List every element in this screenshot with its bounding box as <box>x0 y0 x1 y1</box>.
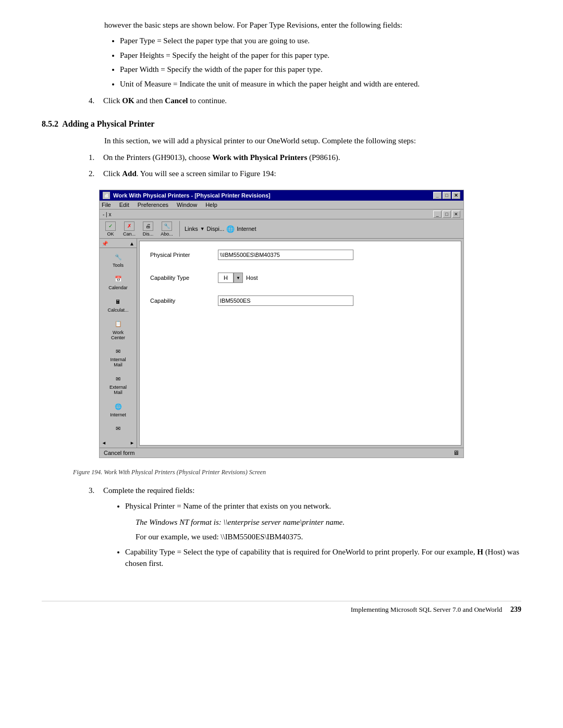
calculator-icon: 🖩 <box>112 296 125 307</box>
internal-mail-label: InternalMail <box>110 357 126 368</box>
figure-caption: Figure 194. Work With Physical Printers … <box>73 468 521 476</box>
status-text: Cancel form <box>104 450 134 456</box>
sidebar-arrow-up[interactable]: ▲ <box>129 241 134 246</box>
sidebar-bottom-nav: ◄ ► <box>100 439 137 447</box>
cancel-button[interactable]: ✗ Can... <box>121 221 137 237</box>
ok-label: OK <box>107 231 114 237</box>
section-intro: In this section, we will add a physical … <box>104 135 521 147</box>
menu-window[interactable]: Window <box>177 202 197 208</box>
capability-type-dropdown[interactable]: ▼ <box>234 273 243 283</box>
bullet-item-1: Paper Type = Select the paper type that … <box>120 35 521 47</box>
maximize-button[interactable]: □ <box>443 192 451 199</box>
sidebar-work-center[interactable]: 📋 WorkCenter <box>100 317 137 342</box>
example-used: For our example, we used: \\IBM5500ES\IB… <box>136 531 521 543</box>
status-icon: 🖥 <box>453 449 459 456</box>
dispi-label[interactable]: Dispi... <box>207 226 225 232</box>
step-2: 2. Click Add. You will see a screen simi… <box>89 168 521 180</box>
inner-minimize[interactable]: _ <box>433 211 442 218</box>
sidebar-internet[interactable]: 🌐 Internet <box>100 400 137 419</box>
sidebar-nav-left[interactable]: ◄ <box>102 440 106 446</box>
sidebar-tools[interactable]: 🔧 Tools <box>100 250 137 269</box>
sidebar-calendar[interactable]: 📅 Calendar <box>100 273 137 292</box>
display-button[interactable]: 🖨 Dis... <box>140 221 156 237</box>
inner-titlebar: - | x _ □ ✕ <box>100 209 463 219</box>
step-1-number: 1. <box>89 152 99 164</box>
capability-label: Capability <box>150 298 218 304</box>
ok-icon: ✓ <box>105 221 116 231</box>
intro-text: however the basic steps are shown below.… <box>104 21 402 29</box>
inner-title-text: - | x <box>101 212 111 217</box>
about-icon: 🔧 <box>162 221 172 231</box>
cancel-icon: ✗ <box>124 221 134 231</box>
bullet-item-4: Unit of Measure = Indicate the unit of m… <box>120 78 521 90</box>
sidebar-nav-right[interactable]: ► <box>130 440 134 446</box>
cancel-label: Cancel <box>165 96 188 105</box>
sidebar-extra[interactable]: ✉ <box>100 422 137 436</box>
links-label[interactable]: Links <box>185 226 198 232</box>
bullet-item-2: Paper Heights = Specify the height of th… <box>120 50 521 61</box>
toolbar-divider <box>179 221 180 237</box>
inner-close[interactable]: ✕ <box>452 211 460 218</box>
capability-input[interactable] <box>218 295 353 306</box>
sidebar-top-controls[interactable]: 📌 ▲ <box>100 240 137 248</box>
inner-controls[interactable]: _ □ ✕ <box>433 211 460 218</box>
sidebar-pin[interactable]: 📌 <box>102 241 108 246</box>
menu-file[interactable]: File <box>102 202 111 208</box>
internet-label: Internet <box>110 413 126 418</box>
sidebar-internal-mail[interactable]: ✉ InternalMail <box>100 344 137 369</box>
dropdown-arrow[interactable]: ▼ <box>200 226 205 231</box>
screenshot: 🖨 Work With Physical Printers - [Physica… <box>99 190 464 458</box>
menu-preferences[interactable]: Preferences <box>138 202 168 208</box>
capability-type-input[interactable] <box>218 273 234 283</box>
internal-mail-icon: ✉ <box>112 346 125 357</box>
intro-bullet-list: Paper Type = Select the paper type that … <box>120 35 521 90</box>
close-button[interactable]: ✕ <box>452 192 460 199</box>
physical-printer-bullet: Physical Printer = Name of the printer t… <box>125 500 521 512</box>
work-physical-printers-bold: Work with Physical Printers <box>212 153 307 162</box>
add-bold: Add <box>122 169 137 178</box>
display-icon: 🖨 <box>143 221 153 231</box>
form-content: Physical Printer Capability Type ▼ Host … <box>139 241 461 446</box>
step-4: 4. Click OK and then Cancel to continue. <box>89 95 521 107</box>
step-4-text: Click OK and then Cancel to continue. <box>103 95 227 107</box>
minimize-button[interactable]: _ <box>433 192 442 199</box>
step-1-text: On the Printers (GH9013), choose Work wi… <box>103 152 340 164</box>
physical-printer-input[interactable] <box>218 250 353 260</box>
about-button[interactable]: 🔧 Abo... <box>159 221 175 237</box>
section-number: 8.5.2 <box>42 119 58 128</box>
toolbar-links-group: Links ▼ Dispi... 🌐 Internet <box>185 225 256 233</box>
h-bold: H <box>477 548 483 556</box>
internet-label[interactable]: Internet <box>237 226 256 232</box>
capability-type-bullet: Capability Type = Select the type of cap… <box>125 546 521 570</box>
step-3: 3. Complete the required fields: <box>89 485 521 497</box>
window-controls[interactable]: _ □ ✕ <box>433 192 460 199</box>
menu-edit[interactable]: Edit <box>119 202 129 208</box>
sidebar-external-mail[interactable]: ✉ ExternalMail <box>100 372 137 397</box>
window-titlebar: 🖨 Work With Physical Printers - [Physica… <box>100 190 463 201</box>
section-title: Adding a Physical Printer <box>62 119 154 128</box>
inner-maximize[interactable]: □ <box>443 211 451 218</box>
main-area: 📌 ▲ 🔧 Tools 📅 Calendar 🖩 Calculat... 📋 <box>100 239 463 448</box>
menu-bar: File Edit Preferences Window Help <box>100 201 463 209</box>
step-2-text: Click Add. You will see a screen similar… <box>103 168 276 180</box>
step-3-text: Complete the required fields: <box>103 485 194 497</box>
capability-type-host: Host <box>246 275 258 281</box>
external-mail-label: ExternalMail <box>109 385 127 396</box>
sidebar: 📌 ▲ 🔧 Tools 📅 Calendar 🖩 Calculat... 📋 <box>100 239 137 448</box>
step-3-number: 3. <box>89 485 99 497</box>
status-bar: Cancel form 🖥 <box>100 448 463 458</box>
display-label: Dis... <box>143 231 154 237</box>
work-center-label: WorkCenter <box>111 330 125 341</box>
ok-button[interactable]: ✓ OK <box>103 221 118 237</box>
footer-text: Implementing Microsoft SQL Server 7.0 an… <box>351 606 503 614</box>
menu-help[interactable]: Help <box>205 202 217 208</box>
sidebar-calculator[interactable]: 🖩 Calculat... <box>100 295 137 314</box>
page-content: however the basic steps are shown below.… <box>42 21 521 614</box>
extra-icon: ✉ <box>112 423 125 435</box>
app-icon: 🖨 <box>103 192 110 199</box>
calendar-icon: 📅 <box>112 274 125 285</box>
cancel-label: Can... <box>123 231 136 237</box>
calculator-label: Calculat... <box>107 308 128 313</box>
capability-type-bullet-pre: Capability Type = Select the type of cap… <box>125 548 477 556</box>
capability-type-bullet-list: Capability Type = Select the type of cap… <box>125 546 521 570</box>
